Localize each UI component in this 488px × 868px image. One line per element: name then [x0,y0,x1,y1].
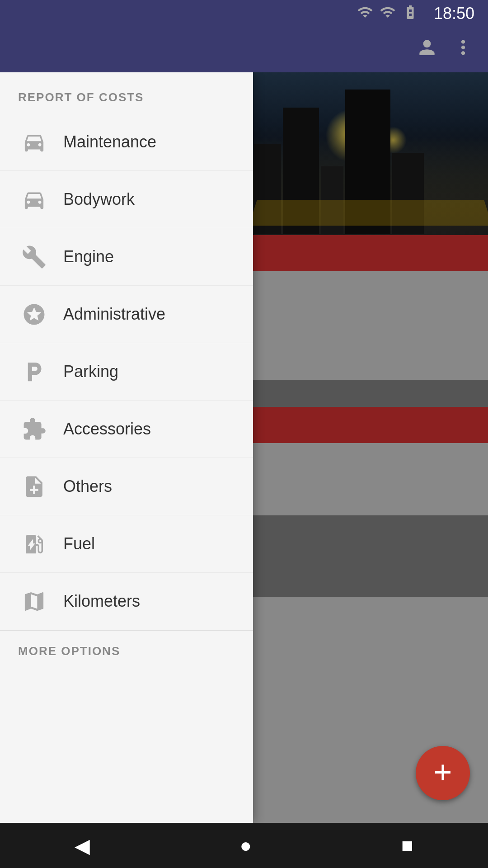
status-bar: 18:50 [0,0,488,27]
add-fab-button[interactable]: + [416,746,470,800]
home-button[interactable]: ● [239,834,252,857]
drawer-item-others[interactable]: Others [0,458,253,515]
bodywork-label: Bodywork [63,190,135,209]
chart-bar-4 [253,344,488,380]
chart-area [253,235,488,597]
app-bar-icons [416,36,474,63]
engine-label: Engine [63,247,114,266]
drawer-item-bodywork[interactable]: Bodywork [0,171,253,228]
chart-bar-6 [253,443,488,479]
status-time: 18:50 [434,4,474,23]
accessories-icon [18,413,50,445]
parking-label: Parking [63,362,118,381]
road [253,200,488,226]
maintenance-icon [18,126,50,158]
drawer-item-engine[interactable]: Engine [0,228,253,286]
battery-icon [402,4,418,24]
chart-bar-3 [253,307,488,344]
kilometers-icon [18,585,50,617]
engine-icon [18,241,50,273]
bodywork-icon [18,184,50,215]
navigation-drawer: REPORT OF COSTS Maintenance Bodywork Eng… [0,72,253,823]
chart-bar-7 [253,479,488,515]
drawer-footer: MORE OPTIONS [0,630,253,672]
city-lights [253,72,488,235]
drawer-item-administrative[interactable]: Administrative [0,286,253,343]
maintenance-label: Maintenance [63,132,156,151]
chart-bar-2 [253,271,488,307]
wifi-icon [357,4,373,24]
drawer-item-fuel[interactable]: Fuel [0,515,253,573]
accessories-label: Accessories [63,420,151,439]
bottom-navigation: ◀ ● ■ [0,823,488,868]
more-options-icon[interactable] [452,36,474,63]
chart-bar-1 [253,235,488,271]
others-icon [18,471,50,502]
drawer-item-maintenance[interactable]: Maintenance [0,113,253,171]
drawer-header: REPORT OF COSTS [0,72,253,113]
city-background [253,72,488,235]
recents-button[interactable]: ■ [401,834,413,857]
back-button[interactable]: ◀ [75,834,90,857]
drawer-item-accessories[interactable]: Accessories [0,401,253,458]
signal-icon [380,4,396,24]
administrative-icon [18,298,50,330]
kilometers-label: Kilometers [63,592,140,611]
parking-icon [18,356,50,387]
status-icons: 18:50 [357,4,474,24]
others-label: Others [63,477,112,496]
drawer-item-kilometers[interactable]: Kilometers [0,573,253,630]
administrative-label: Administrative [63,305,165,324]
add-icon: + [434,756,452,788]
fuel-label: Fuel [63,534,95,553]
fuel-icon [18,528,50,560]
app-bar [0,27,488,72]
drawer-item-parking[interactable]: Parking [0,343,253,401]
chart-bar-5 [253,407,488,443]
profile-icon[interactable] [416,36,438,63]
